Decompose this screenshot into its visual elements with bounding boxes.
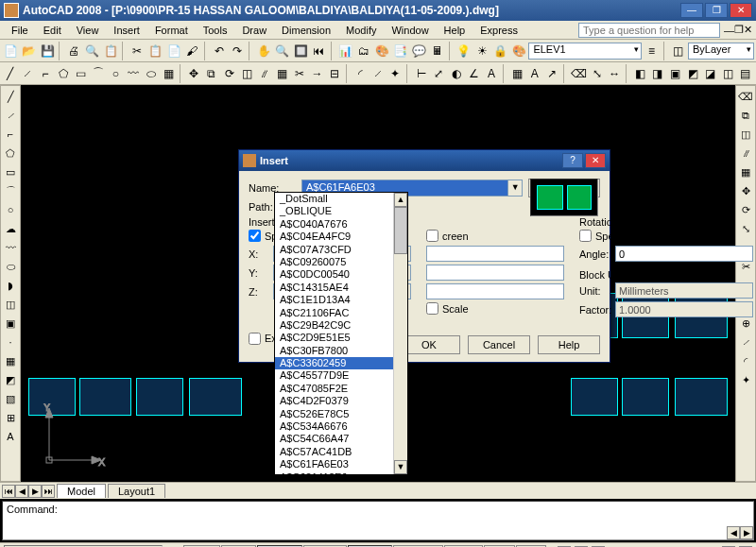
spline-icon[interactable]: 〰 xyxy=(125,64,142,83)
scale-z-input[interactable] xyxy=(426,283,564,299)
stretch-icon[interactable]: ↔ xyxy=(606,64,623,83)
pan-icon[interactable]: ✋ xyxy=(255,42,272,60)
dialog-titlebar[interactable]: Insert ? ✕ xyxy=(239,150,610,171)
rail-mirror-icon[interactable]: ◫ xyxy=(737,126,754,143)
mirror-icon[interactable]: ◫ xyxy=(238,64,255,83)
break-icon[interactable]: ⊟ xyxy=(326,64,343,83)
scale-icon[interactable]: ⤡ xyxy=(589,64,606,83)
rail-ellipsearc-icon[interactable]: ◗ xyxy=(2,277,19,294)
table-icon[interactable]: ▦ xyxy=(508,64,525,83)
dim-radius-icon[interactable]: ◐ xyxy=(448,64,465,83)
cmd-scroll-left[interactable]: ◀ xyxy=(727,526,740,539)
layer-dropdown[interactable]: ELEV1 xyxy=(528,43,642,60)
rail-table-icon[interactable]: ⊞ xyxy=(2,409,19,426)
rail-circle-icon[interactable]: ○ xyxy=(2,201,19,218)
menu-dimension[interactable]: Dimension xyxy=(274,23,338,38)
menu-file[interactable]: File xyxy=(4,23,36,38)
dim-angular-icon[interactable]: ∠ xyxy=(466,64,483,83)
extra7-icon[interactable]: ▤ xyxy=(737,64,754,83)
redo-icon[interactable]: ↷ xyxy=(229,42,246,60)
publish-icon[interactable]: 📋 xyxy=(102,42,119,60)
arc-icon[interactable]: ⌒ xyxy=(90,64,107,83)
rail-insert-icon[interactable]: ◫ xyxy=(2,296,19,313)
menu-modify[interactable]: Modify xyxy=(338,23,384,38)
dropdown-item[interactable]: A$C526E78C5 xyxy=(275,408,407,420)
zoom-icon[interactable]: 🔍 xyxy=(273,42,290,60)
dropdown-item[interactable]: A$C621412E6 xyxy=(275,471,407,475)
color-dropdown[interactable]: ByLayer xyxy=(688,43,754,60)
paste-icon[interactable]: 📄 xyxy=(165,42,182,60)
fillet-icon[interactable]: ◜ xyxy=(352,64,369,83)
scroll-thumb[interactable] xyxy=(394,207,407,254)
match-icon[interactable]: 🖌 xyxy=(183,42,200,60)
dropdown-item[interactable]: A$C14315AE4 xyxy=(275,282,407,294)
circle-icon[interactable]: ○ xyxy=(108,64,125,83)
dim-aligned-icon[interactable]: ⤢ xyxy=(430,64,447,83)
dropdown-item[interactable]: A$C57AC41DB xyxy=(275,446,407,458)
dropdown-item[interactable]: A$C29B42C9C xyxy=(275,319,407,332)
menu-draw[interactable]: Draw xyxy=(234,23,274,38)
menu-help[interactable]: Help xyxy=(437,23,473,38)
rail-revcloud-icon[interactable]: ☁ xyxy=(2,220,19,237)
new-icon[interactable]: 📄 xyxy=(2,42,19,60)
rail-chamfer-icon[interactable]: ⟋ xyxy=(737,333,754,350)
dropdown-item[interactable]: A$C040A7676 xyxy=(275,218,407,231)
rail-region-icon[interactable]: ▧ xyxy=(2,390,19,407)
layer-freeze-icon[interactable]: 💡 xyxy=(455,42,472,60)
dropdown-item[interactable]: A$C09260075 xyxy=(275,256,407,268)
erase-icon[interactable]: ⌫ xyxy=(570,64,588,83)
leader-icon[interactable]: ↗ xyxy=(544,64,561,83)
menu-tools[interactable]: Tools xyxy=(196,23,235,38)
dropdown-item[interactable]: A$C4D2F0379 xyxy=(275,395,407,407)
save-icon[interactable]: 💾 xyxy=(39,42,56,60)
uniform-scale-checkbox[interactable] xyxy=(426,302,438,315)
dropdown-item[interactable]: A$C47085F2E xyxy=(275,383,407,395)
help-search-input[interactable] xyxy=(578,23,720,38)
block-icon[interactable]: ◫ xyxy=(670,42,687,60)
tab-last-button[interactable]: ⏭ xyxy=(42,485,55,498)
dialog-help-icon[interactable]: ? xyxy=(562,153,583,168)
insertion-specify-checkbox[interactable] xyxy=(249,230,261,242)
tool-palettes-icon[interactable]: 🎨 xyxy=(373,42,390,60)
properties-icon[interactable]: 📊 xyxy=(336,42,353,60)
rail-explode-icon[interactable]: ✦ xyxy=(737,371,754,388)
text-icon[interactable]: A xyxy=(483,64,500,83)
copy2-icon[interactable]: ⧉ xyxy=(203,64,220,83)
menu-view[interactable]: View xyxy=(69,23,107,38)
rail-pline-icon[interactable]: ⌐ xyxy=(2,126,19,143)
tab-next-button[interactable]: ▶ xyxy=(28,485,42,498)
dropdown-item[interactable]: A$C61FA6E03 xyxy=(275,458,407,470)
tab-prev-button[interactable]: ◀ xyxy=(15,485,28,498)
scroll-up-button[interactable]: ▲ xyxy=(394,193,407,207)
markup-icon[interactable]: 💬 xyxy=(410,42,427,60)
dropdown-item[interactable]: A$C30FB7800 xyxy=(275,345,407,357)
tab-layout1[interactable]: Layout1 xyxy=(108,484,165,498)
extra2-icon[interactable]: ◨ xyxy=(649,64,666,83)
pline-icon[interactable]: ⌐ xyxy=(37,64,54,83)
scroll-down-button[interactable]: ▼ xyxy=(394,460,407,474)
rail-gradient-icon[interactable]: ◩ xyxy=(2,371,19,388)
rail-mtext-icon[interactable]: A xyxy=(2,428,19,445)
rail-offset-icon[interactable]: ⫽ xyxy=(737,145,754,162)
extra1-icon[interactable]: ◧ xyxy=(632,64,649,83)
polygon-icon[interactable]: ⬠ xyxy=(55,64,72,83)
name-dropdown-list[interactable]: _DotSmall_OBLIQUEA$C040A7676A$C04EA4FC9A… xyxy=(274,192,408,475)
zoom-window-icon[interactable]: 🔲 xyxy=(292,42,309,60)
dropdown-item[interactable]: _OBLIQUE xyxy=(275,205,407,217)
extra3-icon[interactable]: ▣ xyxy=(667,64,684,83)
print-icon[interactable]: 🖨 xyxy=(65,42,82,60)
explode-icon[interactable]: ✦ xyxy=(387,64,404,83)
cancel-button[interactable]: Cancel xyxy=(468,335,530,354)
trim-icon[interactable]: ✂ xyxy=(291,64,308,83)
calc-icon[interactable]: 🖩 xyxy=(429,42,446,60)
rail-polygon-icon[interactable]: ⬠ xyxy=(2,145,19,162)
dropdown-scrollbar[interactable]: ▲ ▼ xyxy=(393,193,407,474)
dim-linear-icon[interactable]: ⊢ xyxy=(413,64,430,83)
help-button[interactable]: Help xyxy=(538,335,600,354)
dropdown-item[interactable]: A$C534A6676 xyxy=(275,420,407,433)
rail-erase-icon[interactable]: ⌫ xyxy=(737,88,754,105)
array-icon[interactable]: ▦ xyxy=(274,64,291,83)
rail-ellipse-icon[interactable]: ⬭ xyxy=(2,258,19,275)
extend-icon[interactable]: → xyxy=(309,64,326,83)
scale-y-input[interactable] xyxy=(426,265,564,281)
